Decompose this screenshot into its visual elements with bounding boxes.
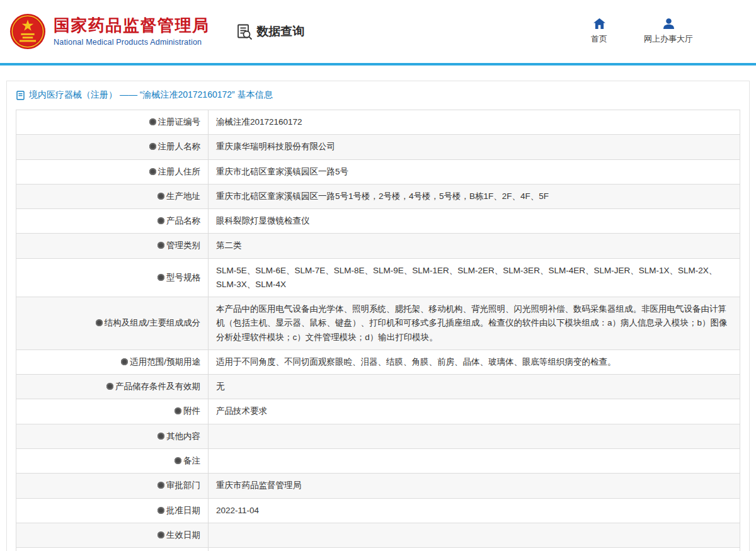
row-label: 备注	[183, 456, 200, 465]
row-value: 重庆康华瑞明科技股份有限公司	[209, 135, 740, 159]
main-content: 境内医疗器械（注册） —— “渝械注准20172160172” 基本信息 注册证…	[0, 65, 756, 551]
row-value: 适用于不同角度、不同切面观察眼睑、泪器、结膜、角膜、前房、晶体、玻璃体、眼底等组…	[209, 349, 740, 374]
row-label-cell: 产品名称	[16, 209, 209, 234]
row-label-cell: 适用范围/预期用途	[16, 349, 209, 374]
row-label-cell: 其他内容	[16, 424, 209, 448]
content-box: 境内医疗器械（注册） —— “渝械注准20172160172” 基本信息 注册证…	[6, 81, 750, 551]
nav-home-label: 首页	[591, 33, 607, 45]
table-row: 生产地址 重庆市北碚区童家溪镇园区一路5号1号楼，2号楼，4号楼，5号楼，B栋1…	[16, 184, 740, 208]
national-emblem-icon	[9, 13, 46, 50]
row-label: 管理类别	[166, 241, 200, 250]
home-icon	[593, 18, 605, 29]
note-icon	[121, 358, 128, 365]
row-value: 渝械注准20172160172	[209, 110, 740, 135]
note-icon	[158, 507, 164, 514]
row-label: 其他内容	[166, 431, 200, 441]
note-icon	[106, 383, 113, 390]
table-row: 批准日期 2022-11-04	[16, 498, 740, 523]
org-name-cn: 国家药品监督管理局	[54, 16, 210, 35]
row-label-cell: 生效日期	[16, 523, 209, 547]
note-icon	[158, 531, 164, 538]
table-row: 注册人名称 重庆康华瑞明科技股份有限公司	[16, 135, 740, 159]
row-value: 2027-11-15	[209, 548, 740, 551]
org-name-en: National Medical Products Administration	[54, 38, 210, 47]
row-label: 附件	[183, 406, 200, 416]
row-label-cell: 型号规格	[16, 258, 209, 297]
row-label-cell: 附件	[16, 399, 209, 424]
table-row: 生效日期	[16, 523, 740, 547]
row-label: 产品名称	[166, 216, 200, 225]
row-value: 重庆市北碚区童家溪镇园区一路5号	[209, 159, 740, 184]
row-label: 型号规格	[166, 273, 200, 282]
row-value: 重庆市药品监督管理局	[209, 474, 740, 498]
note-icon	[158, 193, 164, 200]
table-row: 审批部门 重庆市药品监督管理局	[16, 474, 740, 498]
row-value: 眼科裂隙灯显微镜检查仪	[209, 209, 740, 234]
note-icon	[149, 168, 156, 175]
row-value: 第二类	[209, 234, 740, 258]
row-label: 审批部门	[166, 480, 200, 490]
row-label-cell: 批准日期	[16, 498, 209, 523]
row-label: 注册人名称	[158, 142, 201, 151]
page-title: 境内医疗器械（注册） —— “渝械注准20172160172” 基本信息	[29, 89, 273, 101]
table-row: 结构及组成/主要组成成分 本产品中的医用电气设备由光学体、照明系统、腮托架、移动…	[16, 297, 740, 350]
nmpa-logo[interactable]: 国家药品监督管理局 National Medical Products Admi…	[9, 13, 210, 50]
note-icon	[158, 482, 164, 489]
table-row: 型号规格 SLM-5E、SLM-6E、SLM-7E、SLM-8E、SLM-9E、…	[16, 258, 740, 297]
table-row: 有效期至 2027-11-15	[16, 548, 740, 551]
detail-table-body: 注册证编号 渝械注准20172160172 注册人名称 重庆康华瑞明科技股份有限…	[16, 110, 740, 551]
row-label: 生效日期	[166, 530, 200, 540]
row-label: 产品储存条件及有效期	[115, 382, 200, 391]
note-icon	[149, 143, 156, 150]
table-row: 产品名称 眼科裂隙灯显微镜检查仪	[16, 209, 740, 234]
row-label-cell: 注册证编号	[16, 110, 209, 135]
table-row: 适用范围/预期用途 适用于不同角度、不同切面观察眼睑、泪器、结膜、角膜、前房、晶…	[16, 349, 740, 374]
table-row: 其他内容	[16, 424, 740, 448]
row-label-cell: 有效期至	[16, 548, 209, 551]
row-label: 批准日期	[166, 506, 200, 515]
nav-service-hall-label: 网上办事大厅	[644, 33, 693, 45]
document-search-icon	[236, 23, 253, 40]
row-value	[209, 448, 740, 473]
row-label-cell: 产品储存条件及有效期	[16, 375, 209, 399]
nav-service-hall[interactable]: 网上办事大厅	[644, 18, 693, 45]
row-label-cell: 备注	[16, 448, 209, 473]
table-row: 注册证编号 渝械注准20172160172	[16, 110, 740, 135]
row-value: 产品技术要求	[209, 399, 740, 424]
table-row: 产品储存条件及有效期 无	[16, 375, 740, 399]
note-icon	[158, 433, 164, 440]
row-label-cell: 生产地址	[16, 184, 209, 208]
data-query-section[interactable]: 数据查询	[236, 23, 305, 40]
table-row: 管理类别 第二类	[16, 234, 740, 258]
note-icon	[96, 319, 103, 326]
person-icon	[663, 18, 675, 29]
note-icon	[175, 407, 181, 414]
note-icon	[158, 274, 164, 281]
org-names: 国家药品监督管理局 National Medical Products Admi…	[54, 16, 210, 47]
note-icon	[149, 118, 156, 125]
detail-table: 注册证编号 渝械注准20172160172 注册人名称 重庆康华瑞明科技股份有限…	[16, 110, 740, 551]
data-query-label: 数据查询	[257, 23, 305, 40]
header-nav: 首页 网上办事大厅	[591, 18, 743, 45]
row-label-cell: 结构及组成/主要组成成分	[16, 297, 209, 350]
site-header: 国家药品监督管理局 National Medical Products Admi…	[0, 0, 756, 63]
row-value: 本产品中的医用电气设备由光学体、照明系统、腮托架、移动机构、背光照明、闪光照明补…	[209, 297, 740, 350]
row-value	[209, 523, 740, 547]
row-label: 注册证编号	[158, 117, 201, 127]
row-label-cell: 审批部门	[16, 474, 209, 498]
row-label-cell: 注册人住所	[16, 159, 209, 184]
row-value: SLM-5E、SLM-6E、SLM-7E、SLM-8E、SLM-9E、SLM-1…	[209, 258, 740, 297]
note-icon	[158, 242, 164, 249]
row-value: 2022-11-04	[209, 498, 740, 523]
nav-home[interactable]: 首页	[591, 18, 607, 45]
row-value	[209, 424, 740, 448]
row-label: 结构及组成/主要组成成分	[105, 318, 200, 327]
note-icon	[175, 457, 181, 464]
table-row: 附件 产品技术要求	[16, 399, 740, 424]
page-title-bar: 境内医疗器械（注册） —— “渝械注准20172160172” 基本信息	[7, 81, 749, 108]
row-label-cell: 注册人名称	[16, 135, 209, 159]
table-row: 备注	[16, 448, 740, 473]
row-label: 注册人住所	[158, 167, 201, 176]
row-label: 生产地址	[166, 191, 200, 201]
row-label-cell: 管理类别	[16, 234, 209, 258]
